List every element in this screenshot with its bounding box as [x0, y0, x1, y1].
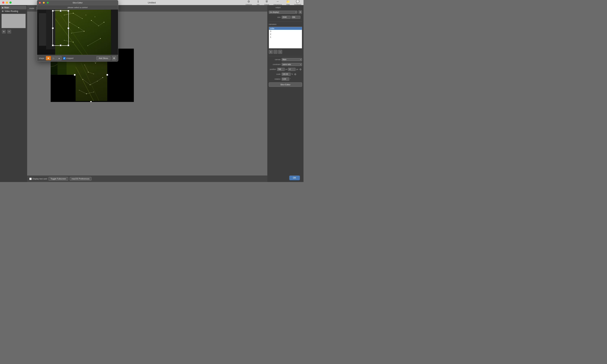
constraint-dropdown-wrapper: same ratio free fixed width fixed height	[282, 63, 302, 66]
constraint-dropdown[interactable]: same ratio free fixed width fixed height	[282, 63, 302, 66]
modal-titlebar: Slice Editor	[37, 0, 118, 5]
canvases-section-label: canvases	[269, 23, 302, 25]
macos-prefs-button[interactable]: macOS Preferences	[70, 177, 92, 181]
canvas-more-button[interactable]: ···	[273, 50, 277, 54]
modal-minimize[interactable]	[43, 2, 45, 4]
size-width-input[interactable]	[282, 16, 291, 19]
scale-input[interactable]	[282, 73, 291, 76]
sidebar-item-main[interactable]: ◈ Main	[1, 6, 27, 9]
scale-label: scale	[269, 73, 281, 75]
modal-maximize[interactable]	[47, 2, 49, 4]
slice-editor-modal[interactable]: Slice Editor please select a control	[37, 0, 118, 62]
output-icon-item[interactable]: 🖥 Output	[264, 0, 269, 5]
divider-1	[269, 21, 302, 22]
svg-line-44	[64, 13, 73, 15]
handle-bottom-center[interactable]	[90, 101, 92, 102]
svg-line-50	[99, 22, 104, 26]
canvas-item-3[interactable]: 3	[269, 30, 302, 33]
position-x-input[interactable]	[277, 68, 285, 71]
output-select[interactable]: (no display)	[269, 11, 297, 14]
titlebar-icons: ⚙ Optimize ℹ Info 🖥 Output ↔ Interaction…	[245, 0, 301, 5]
svg-line-48	[71, 31, 84, 33]
canvas-dropdown[interactable]: Main mitte 1 2 3	[282, 58, 302, 61]
right-panel: output (no display) ⚙ size canvases mitt…	[267, 5, 303, 182]
remove-canvas-button[interactable]: −	[278, 50, 282, 54]
pos-y-unit: px	[296, 68, 298, 70]
info-icon-item[interactable]: ℹ Info	[256, 0, 260, 5]
display-test-card-checkbox[interactable]	[29, 178, 32, 180]
optimize-icon: ⚙	[247, 0, 251, 3]
canvas-item-mitte[interactable]: mitte	[269, 27, 302, 30]
canvases-footer: + ··· −	[269, 50, 302, 54]
close-button[interactable]	[2, 1, 4, 4]
position-y-input[interactable]	[288, 68, 296, 71]
app-title: Untitled	[148, 1, 156, 4]
shape-hex-button[interactable]: ▷	[51, 56, 56, 60]
size-inputs	[282, 16, 300, 19]
feedback-icon: 💬	[296, 0, 299, 3]
svg-line-52	[88, 39, 100, 46]
output-gear-button[interactable]: ⚙	[298, 10, 302, 14]
canvas-item-1[interactable]: 1	[269, 36, 302, 39]
interactions-label: Interactions	[273, 4, 282, 5]
modal-close[interactable]	[39, 2, 41, 4]
svg-line-23	[97, 78, 103, 81]
canvas-item-2[interactable]: 2	[269, 33, 302, 36]
optimize-label: Optimize	[245, 4, 252, 5]
position-inputs: px px ⚙	[277, 68, 302, 71]
optimize-icon-item[interactable]: ⚙ Optimize	[245, 0, 252, 5]
minimize-button[interactable]	[6, 1, 8, 4]
rotation-row: rotation °	[269, 78, 302, 81]
sidebar: ◈ Main ⊞ Video Routing + −	[0, 5, 27, 182]
feedback-icon-item[interactable]: 💬 Feedback	[294, 0, 301, 5]
rotation-input[interactable]	[282, 78, 289, 81]
canvas-label: canvas	[269, 59, 281, 61]
sidebar-footer: + −	[1, 29, 27, 34]
shape-tri-button[interactable]: ▲	[57, 56, 62, 60]
svg-line-49	[91, 20, 99, 26]
pos-x-unit: px	[285, 68, 287, 70]
svg-line-46	[70, 22, 79, 28]
scale-adjust-button[interactable]: ⚙	[294, 73, 297, 76]
interactions-icon-item[interactable]: ↔ Interactions	[273, 0, 282, 5]
canvas-dropdown-wrapper: Main mitte 1 2 3	[282, 58, 302, 61]
svg-line-45	[73, 13, 82, 19]
display-test-card-label[interactable]: Display test card	[29, 178, 47, 180]
svg-point-32	[86, 15, 86, 15]
mode-label: mode	[29, 7, 34, 9]
output-row: output	[269, 7, 302, 9]
feedback-label: Feedback	[294, 4, 301, 5]
add-item-button[interactable]: +	[2, 30, 6, 34]
maximize-button[interactable]	[9, 1, 12, 4]
canvas-bottom-bar: Display test card Toggle Fullscreen macO…	[27, 175, 267, 182]
divider-2	[269, 56, 302, 56]
shape-rect-button[interactable]: ■	[46, 56, 51, 60]
remove-item-button[interactable]: −	[7, 30, 11, 34]
canvases-list[interactable]: mitte 3 2 1	[269, 27, 302, 48]
position-label: position	[269, 68, 276, 70]
cropped-label[interactable]: cropped	[63, 57, 73, 59]
svg-line-47	[79, 28, 84, 31]
add-canvas-button[interactable]: +	[269, 50, 273, 54]
modal-settings-gear-button[interactable]: ⚙	[112, 56, 116, 60]
slice-editor-button[interactable]: Slice Editor	[269, 82, 302, 87]
sidebar-item-video-routing[interactable]: ⊞ Video Routing	[1, 9, 27, 13]
scale-unit: %	[291, 73, 293, 75]
ok-button[interactable]: OK	[289, 175, 300, 180]
size-height-input[interactable]	[291, 16, 300, 19]
cropped-checkbox[interactable]	[63, 57, 66, 59]
files-icon-item[interactable]: 📁 Files	[286, 0, 290, 5]
toggle-fullscreen-button[interactable]: Toggle Fullscreen	[48, 177, 68, 181]
sidebar-video-routing-label: Video Routing	[4, 10, 18, 13]
svg-line-24	[79, 90, 86, 94]
position-adjust-button[interactable]: ⚙	[299, 68, 302, 71]
output-icon: 🖥	[265, 0, 269, 3]
add-slices-button[interactable]: Add Slices	[96, 56, 110, 60]
info-label: Info	[257, 4, 259, 5]
output-select-row: (no display) ⚙	[269, 10, 302, 14]
svg-line-20	[88, 72, 94, 74]
constraint-label: constraint	[269, 64, 281, 65]
output-label: Output	[264, 4, 269, 5]
modal-title: Slice Editor	[72, 2, 83, 4]
modal-toolbar: shape ■ ▷ ▲ cropped Add Slices ⚙	[37, 55, 118, 62]
